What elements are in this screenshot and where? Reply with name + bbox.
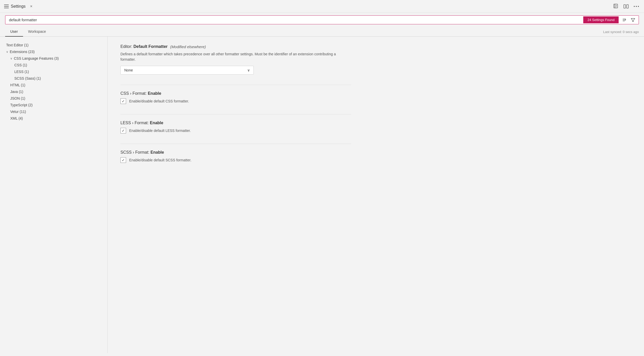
title-bar: Settings × [0, 0, 644, 13]
sidebar-item-label: XML (4) [10, 116, 23, 120]
chevron-down-icon: ∨ [10, 57, 12, 60]
file-icon[interactable] [612, 3, 619, 10]
search-bar: 24 Settings Found [0, 13, 644, 27]
checkbox-label: Enable/disable default LESS formatter. [129, 129, 191, 133]
checkbox-row: ✓ Enable/disable default SCSS formatter. [120, 157, 631, 163]
css-format-enable-checkbox[interactable]: ✓ [120, 98, 126, 104]
checkbox-row: ✓ Enable/disable default LESS formatter. [120, 128, 631, 133]
tabs: User Workspace [5, 27, 51, 36]
divider [120, 85, 351, 85]
sidebar-item-html[interactable]: HTML (1) [0, 82, 107, 88]
sidebar-item-scss[interactable]: SCSS (Sass) (1) [0, 75, 107, 82]
svg-point-7 [634, 6, 635, 7]
sidebar-item-label: SCSS (Sass) (1) [14, 76, 41, 80]
sidebar-item-label: Java (1) [10, 90, 23, 94]
svg-point-8 [636, 6, 637, 7]
filter-icon[interactable] [629, 16, 637, 24]
chevron-down-icon: ∨ [247, 68, 250, 72]
tabs-row: User Workspace Last synced: 0 secs ago [0, 27, 644, 37]
default-formatter-dropdown[interactable]: None ∨ [120, 66, 254, 75]
search-results-badge: 24 Settings Found [583, 16, 619, 23]
sidebar-item-xml[interactable]: XML (4) [0, 115, 107, 122]
sidebar-item-label: LESS (1) [14, 70, 29, 74]
main-content: Text Editor (1) ∨ Extensions (23) ∨ CSS … [0, 37, 644, 353]
setting-title-bold: Enable [150, 150, 164, 154]
checkbox-row: ✓ Enable/disable default CSS formatter. [120, 98, 631, 104]
svg-rect-5 [624, 5, 626, 8]
setting-less-format-enable: LESS › Format: Enable ✓ Enable/disable d… [120, 121, 631, 133]
svg-point-9 [638, 6, 639, 7]
divider [120, 114, 351, 114]
split-editor-icon[interactable] [622, 3, 630, 10]
sidebar-item-text-editor[interactable]: Text Editor (1) [0, 42, 107, 48]
checkbox-label: Enable/disable default CSS formatter. [129, 99, 189, 103]
svg-rect-6 [627, 5, 628, 8]
sidebar-item-vetur[interactable]: Vetur (11) [0, 108, 107, 115]
sidebar-item-css-language-features[interactable]: ∨ CSS Language Features (3) [0, 55, 107, 62]
checkbox-label: Enable/disable default SCSS formatter. [129, 158, 191, 162]
setting-title-bold: Enable [148, 91, 161, 96]
sidebar-item-label: CSS (1) [14, 63, 27, 67]
sidebar-item-label: Vetur (11) [10, 110, 26, 114]
setting-title: SCSS › Format: Enable [120, 150, 631, 155]
dropdown-value: None [124, 68, 133, 72]
setting-description: Defines a default formatter which takes … [120, 51, 351, 62]
sidebar-item-label: Text Editor (1) [6, 43, 28, 47]
title-bar-right [612, 3, 640, 10]
svg-marker-13 [631, 18, 635, 22]
sidebar-item-label: HTML (1) [10, 83, 25, 87]
setting-title-bold: Enable [150, 121, 163, 125]
clear-search-icon[interactable] [621, 16, 628, 24]
sidebar-item-label: JSON (1) [10, 96, 25, 100]
title-bar-left: Settings × [4, 3, 610, 10]
search-actions [619, 16, 639, 24]
sidebar-item-label: TypeScript (2) [10, 103, 33, 107]
setting-css-format-enable: CSS › Format: Enable ✓ Enable/disable de… [120, 91, 631, 104]
sidebar-item-json[interactable]: JSON (1) [0, 95, 107, 102]
setting-title-text: LESS › Format: Enable [120, 121, 163, 125]
less-format-enable-checkbox[interactable]: ✓ [120, 128, 126, 133]
sidebar-item-css[interactable]: CSS (1) [0, 62, 107, 68]
setting-title: Editor: Default Formatter (Modified else… [120, 44, 631, 49]
sidebar-item-typescript[interactable]: TypeScript (2) [0, 102, 107, 108]
setting-title-bold: Default Formatter [134, 44, 168, 49]
menu-icon[interactable] [4, 5, 9, 8]
tab-user[interactable]: User [5, 27, 23, 37]
search-row: 24 Settings Found [5, 15, 639, 24]
modified-note: (Modified elsewhere) [170, 45, 206, 49]
setting-title: CSS › Format: Enable [120, 91, 631, 96]
setting-title-prefix: Editor: Default Formatter [120, 44, 168, 49]
setting-title-text: CSS › Format: Enable [120, 91, 161, 96]
setting-title-text: SCSS › Format: Enable [120, 150, 164, 155]
more-actions-icon[interactable] [633, 3, 640, 10]
setting-title: LESS › Format: Enable [120, 121, 631, 125]
sidebar-item-label: Extensions (23) [10, 50, 35, 54]
window-title: Settings [11, 4, 26, 9]
divider [120, 144, 351, 144]
sidebar-item-extensions[interactable]: ∨ Extensions (23) [0, 48, 107, 55]
scss-format-enable-checkbox[interactable]: ✓ [120, 157, 126, 163]
sidebar: Text Editor (1) ∨ Extensions (23) ∨ CSS … [0, 37, 108, 353]
chevron-down-icon: ∨ [6, 50, 8, 54]
search-input[interactable] [5, 16, 583, 24]
sidebar-item-label: CSS Language Features (3) [14, 56, 59, 60]
tab-workspace[interactable]: Workspace [23, 27, 51, 37]
close-button[interactable]: × [28, 3, 35, 10]
content-area: Editor: Default Formatter (Modified else… [108, 37, 644, 353]
setting-editor-default-formatter: Editor: Default Formatter (Modified else… [120, 44, 631, 75]
sidebar-item-less[interactable]: LESS (1) [0, 68, 107, 75]
sync-status: Last synced: 0 secs ago [603, 30, 639, 36]
setting-scss-format-enable: SCSS › Format: Enable ✓ Enable/disable d… [120, 150, 631, 163]
sidebar-item-java[interactable]: Java (1) [0, 88, 107, 95]
